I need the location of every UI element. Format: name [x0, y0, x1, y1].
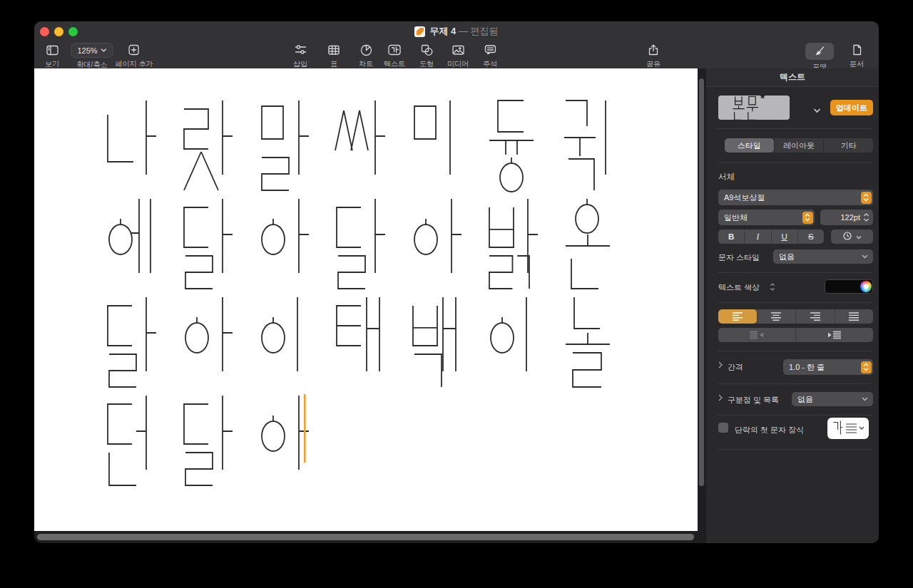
- text-caret: [304, 394, 306, 463]
- share-button[interactable]: 공유: [646, 43, 660, 69]
- text-options-gear-icon: [842, 231, 852, 242]
- zoom-control[interactable]: 125% 확대/축소: [71, 43, 113, 70]
- stepper-icon: [861, 361, 872, 373]
- spacing-label: 간격: [728, 362, 743, 373]
- font-size-field[interactable]: 122pt: [820, 210, 873, 225]
- media-button[interactable]: 미디어: [447, 43, 469, 69]
- chart-button[interactable]: 차트: [359, 43, 373, 69]
- outdent-arrow-icon: [760, 333, 764, 337]
- document-button[interactable]: 문서: [850, 43, 864, 69]
- divider: [718, 302, 872, 303]
- divider: [718, 163, 872, 163]
- horizontal-scrollbar-thumb[interactable]: [37, 534, 694, 540]
- bold-button[interactable]: B: [718, 229, 744, 244]
- chevron-down-icon: [101, 48, 107, 52]
- view-button[interactable]: 보기: [45, 43, 59, 69]
- divider: [718, 128, 872, 129]
- canvas-area: [34, 68, 698, 543]
- advanced-text-options-button[interactable]: [831, 229, 873, 244]
- color-wheel-icon[interactable]: [860, 281, 872, 292]
- bullets-dropdown[interactable]: 없음: [792, 392, 873, 406]
- chevron-down-icon: [862, 254, 868, 259]
- font-weight-dropdown[interactable]: 일반체: [718, 210, 815, 225]
- window-title: 무제 4 — 편집됨: [429, 25, 498, 38]
- strikethrough-button[interactable]: S: [797, 229, 824, 244]
- view-sidebar-icon: [46, 43, 59, 57]
- italic-button[interactable]: I: [744, 229, 770, 244]
- add-page-button[interactable]: 페이지 추가: [116, 43, 153, 69]
- shape-icon: [420, 43, 434, 57]
- text-style-segmented: B I U S: [718, 229, 824, 244]
- align-left-button[interactable]: [718, 309, 757, 324]
- tab-more[interactable]: 기타: [823, 138, 873, 153]
- media-image-icon: [452, 43, 465, 57]
- dropcap-checkbox[interactable]: [718, 423, 728, 433]
- tab-style[interactable]: 스타일: [725, 138, 774, 153]
- bullets-label: 구분점 및 목록: [728, 395, 779, 406]
- size-stepper-icon[interactable]: [863, 212, 869, 222]
- update-style-button[interactable]: 업데이트: [830, 100, 873, 115]
- paragraph-style-chevron-icon[interactable]: [813, 103, 821, 116]
- sidebar-header: 텍스트: [706, 68, 879, 87]
- format-brush-icon: [813, 44, 826, 58]
- titlebar: 무제 4 — 편집됨: [34, 21, 879, 41]
- divider: [718, 351, 872, 351]
- add-page-icon: [128, 43, 141, 57]
- indent-button[interactable]: [795, 328, 873, 342]
- paragraph-style-preview[interactable]: *: [718, 96, 790, 120]
- zoom-dropdown[interactable]: 125%: [71, 43, 113, 58]
- chevron-down-icon: [856, 232, 862, 241]
- align-center-button[interactable]: [757, 309, 796, 324]
- stepper-icon: [861, 192, 872, 204]
- document-page[interactable]: [34, 68, 698, 531]
- disclosure-chevron-icon[interactable]: [718, 361, 723, 371]
- vertical-scrollbar-thumb[interactable]: [699, 78, 704, 486]
- dropcap-label: 단락의 첫 문자 장식: [735, 425, 804, 435]
- dropcap-lines-icon: [846, 423, 857, 433]
- vertical-scrollbar: [698, 68, 705, 543]
- document-icon: [850, 43, 863, 57]
- char-style-dropdown[interactable]: 없음: [773, 249, 873, 264]
- toolbar: 무제 4 — 편집됨 보기 125% 확대/축소 페이지 추가: [34, 21, 879, 69]
- outdent-button[interactable]: [718, 328, 795, 342]
- divider: [718, 415, 872, 416]
- insert-button[interactable]: 삽입: [293, 43, 307, 69]
- indent-segmented: [718, 328, 873, 342]
- format-sidebar: 텍스트 * 업데이트 스타일 레이아웃 기타 서체 A9석보상절 일반체: [705, 68, 879, 543]
- shape-button[interactable]: 도형: [419, 43, 434, 69]
- chart-icon: [359, 43, 373, 57]
- indent-arrow-icon: [828, 333, 832, 337]
- font-section-label: 서체: [718, 172, 735, 182]
- document-file-icon: [414, 26, 425, 37]
- document-text: [34, 68, 698, 531]
- divider: [718, 449, 872, 450]
- divider: [718, 272, 872, 273]
- chevron-down-icon: [859, 426, 864, 430]
- dropcap-style-button[interactable]: [827, 418, 869, 439]
- table-button[interactable]: 표: [327, 43, 341, 69]
- stepper-icon: [802, 212, 813, 224]
- char-style-label: 문자 스타일: [718, 252, 760, 263]
- horizontal-scrollbar: [34, 531, 698, 543]
- dropcap-preview-glyph: [832, 420, 844, 437]
- disclosure-chevron-icon[interactable]: [718, 393, 723, 403]
- font-family-dropdown[interactable]: A9석보상절: [718, 190, 873, 205]
- format-button[interactable]: 포맷: [805, 43, 834, 72]
- color-mode-toggle-icon[interactable]: [770, 282, 775, 294]
- format-active-pill: [805, 43, 834, 60]
- tab-layout[interactable]: 레이아웃: [774, 138, 824, 153]
- insert-icon: [294, 43, 307, 57]
- comment-icon: [484, 43, 497, 57]
- text-box-icon: [387, 43, 402, 57]
- text-button[interactable]: 텍스트: [384, 43, 405, 69]
- pages-window: 무제 4 — 편집됨 보기 125% 확대/축소 페이지 추가: [34, 21, 879, 543]
- spacing-dropdown[interactable]: 1.0 - 한 줄: [783, 359, 873, 375]
- text-color-swatch[interactable]: [825, 279, 873, 294]
- align-justify-button[interactable]: [835, 309, 874, 324]
- sidebar-tabs: 스타일 레이아웃 기타: [725, 138, 873, 153]
- table-icon: [327, 43, 341, 57]
- text-color-label: 텍스트 색상: [718, 282, 760, 293]
- underline-button[interactable]: U: [771, 229, 797, 244]
- comment-button[interactable]: 주석: [483, 43, 497, 69]
- align-right-button[interactable]: [795, 309, 835, 324]
